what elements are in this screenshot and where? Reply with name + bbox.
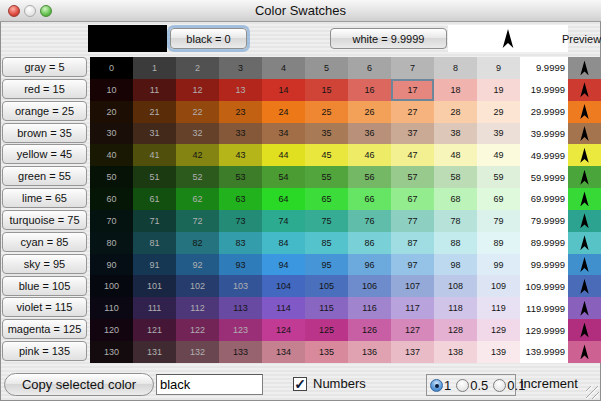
- swatch-cell-80[interactable]: 80: [90, 232, 133, 254]
- swatch-cell-93[interactable]: 93: [219, 254, 262, 276]
- swatch-cell-128[interactable]: 128: [434, 319, 477, 341]
- swatch-cell-43[interactable]: 43: [219, 144, 262, 166]
- swatch-cell-29[interactable]: 29: [477, 101, 520, 123]
- swatch-cell-88[interactable]: 88: [434, 232, 477, 254]
- swatch-cell-49[interactable]: 49: [477, 144, 520, 166]
- swatch-cell-121[interactable]: 121: [133, 319, 176, 341]
- swatch-cell-101[interactable]: 101: [133, 275, 176, 297]
- swatch-cell-109[interactable]: 109: [477, 275, 520, 297]
- swatch-cell-70[interactable]: 70: [90, 210, 133, 232]
- swatch-cell-131[interactable]: 131: [133, 341, 176, 363]
- swatch-cell-116[interactable]: 116: [348, 297, 391, 319]
- swatch-cell-73[interactable]: 73: [219, 210, 262, 232]
- swatch-cell-32[interactable]: 32: [176, 123, 219, 145]
- swatch-cell-30[interactable]: 30: [90, 123, 133, 145]
- sidebar-button-green[interactable]: green = 55: [2, 166, 87, 186]
- sidebar-button-lime[interactable]: lime = 65: [2, 188, 87, 208]
- swatch-cell-44[interactable]: 44: [262, 144, 305, 166]
- swatch-cell-55[interactable]: 55: [305, 166, 348, 188]
- swatch-cell-16[interactable]: 16: [348, 79, 391, 101]
- swatch-cell-4[interactable]: 4: [262, 57, 305, 79]
- swatch-cell-53[interactable]: 53: [219, 166, 262, 188]
- swatch-cell-96[interactable]: 96: [348, 254, 391, 276]
- swatch-cell-38[interactable]: 38: [434, 123, 477, 145]
- swatch-cell-66[interactable]: 66: [348, 188, 391, 210]
- swatch-cell-61[interactable]: 61: [133, 188, 176, 210]
- swatch-cell-65[interactable]: 65: [305, 188, 348, 210]
- swatch-cell-113[interactable]: 113: [219, 297, 262, 319]
- swatch-cell-107[interactable]: 107: [391, 275, 434, 297]
- swatch-cell-31[interactable]: 31: [133, 123, 176, 145]
- swatch-cell-97[interactable]: 97: [391, 254, 434, 276]
- swatch-cell-34[interactable]: 34: [262, 123, 305, 145]
- swatch-cell-2[interactable]: 2: [176, 57, 219, 79]
- swatch-cell-127[interactable]: 127: [391, 319, 434, 341]
- swatch-cell-139[interactable]: 139: [477, 341, 520, 363]
- sidebar-button-gray[interactable]: gray = 5: [2, 57, 87, 77]
- swatch-cell-98[interactable]: 98: [434, 254, 477, 276]
- swatch-cell-105[interactable]: 105: [305, 275, 348, 297]
- swatch-cell-21[interactable]: 21: [133, 101, 176, 123]
- swatch-cell-102[interactable]: 102: [176, 275, 219, 297]
- swatch-cell-134[interactable]: 134: [262, 341, 305, 363]
- swatch-cell-33[interactable]: 33: [219, 123, 262, 145]
- swatch-cell-110[interactable]: 110: [90, 297, 133, 319]
- swatch-cell-58[interactable]: 58: [434, 166, 477, 188]
- swatch-cell-108[interactable]: 108: [434, 275, 477, 297]
- swatch-cell-122[interactable]: 122: [176, 319, 219, 341]
- swatch-cell-132[interactable]: 132: [176, 341, 219, 363]
- sidebar-button-blue[interactable]: blue = 105: [2, 276, 87, 296]
- swatch-cell-47[interactable]: 47: [391, 144, 434, 166]
- swatch-cell-18[interactable]: 18: [434, 79, 477, 101]
- swatch-cell-59[interactable]: 59: [477, 166, 520, 188]
- swatch-cell-3[interactable]: 3: [219, 57, 262, 79]
- swatch-cell-99[interactable]: 99: [477, 254, 520, 276]
- swatch-cell-75[interactable]: 75: [305, 210, 348, 232]
- selected-color-field[interactable]: [156, 374, 263, 395]
- swatch-cell-111[interactable]: 111: [133, 297, 176, 319]
- swatch-cell-78[interactable]: 78: [434, 210, 477, 232]
- swatch-cell-89[interactable]: 89: [477, 232, 520, 254]
- swatch-cell-1[interactable]: 1: [133, 57, 176, 79]
- swatch-cell-24[interactable]: 24: [262, 101, 305, 123]
- swatch-cell-123[interactable]: 123: [219, 319, 262, 341]
- swatch-cell-12[interactable]: 12: [176, 79, 219, 101]
- swatch-cell-10[interactable]: 10: [90, 79, 133, 101]
- swatch-cell-39[interactable]: 39: [477, 123, 520, 145]
- swatch-cell-19[interactable]: 19: [477, 79, 520, 101]
- swatch-cell-87[interactable]: 87: [391, 232, 434, 254]
- swatch-cell-79[interactable]: 79: [477, 210, 520, 232]
- swatch-cell-68[interactable]: 68: [434, 188, 477, 210]
- copy-selected-color-button[interactable]: Copy selected color: [4, 373, 154, 396]
- swatch-cell-50[interactable]: 50: [90, 166, 133, 188]
- swatch-cell-42[interactable]: 42: [176, 144, 219, 166]
- swatch-cell-54[interactable]: 54: [262, 166, 305, 188]
- sidebar-button-red[interactable]: red = 15: [2, 79, 87, 99]
- swatch-cell-27[interactable]: 27: [391, 101, 434, 123]
- swatch-cell-64[interactable]: 64: [262, 188, 305, 210]
- swatch-cell-115[interactable]: 115: [305, 297, 348, 319]
- numbers-checkbox[interactable]: ✓: [293, 377, 307, 391]
- swatch-cell-94[interactable]: 94: [262, 254, 305, 276]
- sidebar-button-pink[interactable]: pink = 135: [2, 341, 87, 361]
- swatch-cell-74[interactable]: 74: [262, 210, 305, 232]
- swatch-cell-41[interactable]: 41: [133, 144, 176, 166]
- swatch-cell-72[interactable]: 72: [176, 210, 219, 232]
- swatch-cell-112[interactable]: 112: [176, 297, 219, 319]
- swatch-cell-40[interactable]: 40: [90, 144, 133, 166]
- swatch-cell-60[interactable]: 60: [90, 188, 133, 210]
- sidebar-button-sky[interactable]: sky = 95: [2, 254, 87, 274]
- swatch-cell-126[interactable]: 126: [348, 319, 391, 341]
- swatch-cell-7[interactable]: 7: [391, 57, 434, 79]
- swatch-cell-17[interactable]: 17: [391, 79, 434, 101]
- swatch-cell-114[interactable]: 114: [262, 297, 305, 319]
- swatch-cell-95[interactable]: 95: [305, 254, 348, 276]
- swatch-cell-51[interactable]: 51: [133, 166, 176, 188]
- swatch-cell-48[interactable]: 48: [434, 144, 477, 166]
- swatch-cell-25[interactable]: 25: [305, 101, 348, 123]
- swatch-cell-125[interactable]: 125: [305, 319, 348, 341]
- swatch-cell-130[interactable]: 130: [90, 341, 133, 363]
- swatch-cell-22[interactable]: 22: [176, 101, 219, 123]
- sidebar-button-yellow[interactable]: yellow = 45: [2, 144, 87, 164]
- swatch-cell-62[interactable]: 62: [176, 188, 219, 210]
